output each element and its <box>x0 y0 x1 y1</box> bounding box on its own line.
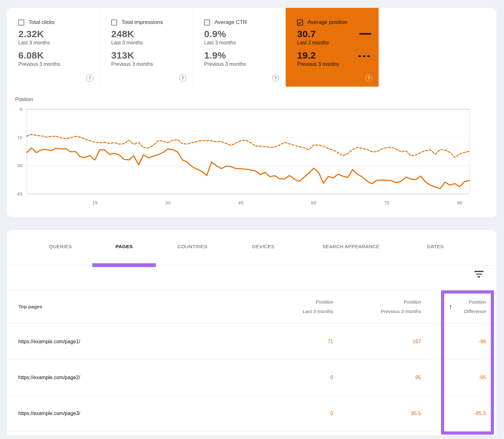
column-header-position-difference[interactable]: ↑ Position Difference <box>421 297 486 316</box>
svg-text:15: 15 <box>92 200 98 205</box>
dimensions-table-card: QUERIES PAGES COUNTRIES DEVICES SEARCH A… <box>7 230 496 436</box>
tab-countries[interactable]: COUNTRIES <box>178 244 208 249</box>
header-line1: Position <box>333 297 421 307</box>
column-header-top-pages[interactable]: Top pages <box>7 304 242 310</box>
svg-text:45: 45 <box>17 191 22 197</box>
metric-checkbox-row: Total impressions <box>111 19 186 26</box>
tab-devices[interactable]: DEVICES <box>252 244 275 249</box>
metric-value-last: 0.9% <box>204 29 279 39</box>
table-row[interactable]: https://example.com/page1/ 71 167 -96 <box>7 324 496 360</box>
tab-search-appearance[interactable]: SEARCH APPEARANCE <box>323 244 380 249</box>
metric-caption-last: Last 3 months <box>111 40 186 46</box>
metric-label: Total impressions <box>122 19 163 26</box>
position-previous-value: 95 <box>333 374 421 380</box>
column-header-position-previous[interactable]: Position Previous 3 months <box>333 297 421 316</box>
page-url[interactable]: https://example.com/page3/ <box>7 411 242 416</box>
metric-value-previous: 6.08K <box>18 50 93 61</box>
metric-checkbox-row: Average position <box>297 19 372 26</box>
help-icon[interactable]: ? <box>365 75 372 82</box>
metrics-empty-space <box>379 8 496 87</box>
help-icon[interactable]: ? <box>86 75 93 82</box>
column-header-position-last[interactable]: Position Last 3 months <box>242 297 333 316</box>
tabs-divider <box>7 265 496 265</box>
metric-tile-total-clicks[interactable]: Total clicks 2.32K Last 3 months 6.08K P… <box>7 8 100 87</box>
header-line2: Difference <box>421 307 486 316</box>
svg-text:30: 30 <box>17 163 22 168</box>
svg-text:60: 60 <box>311 200 317 205</box>
svg-text:30: 30 <box>165 200 170 205</box>
metric-tile-average-position[interactable]: Average position 30.7 Last 3 months 19.2… <box>286 8 379 87</box>
svg-text:45: 45 <box>238 200 243 205</box>
metric-tile-total-impressions[interactable]: Total impressions 248K Last 3 months 313… <box>100 8 193 87</box>
page-url[interactable]: https://example.com/page2/ <box>7 375 242 380</box>
metric-caption-previous: Previous 3 months <box>111 61 186 67</box>
metric-label: Total clicks <box>29 19 54 26</box>
tab-queries[interactable]: QUERIES <box>49 244 72 249</box>
position-line-chart: 0153045153045607590 <box>7 99 496 209</box>
tab-pages[interactable]: PAGES <box>115 244 133 249</box>
metric-tile-average-ctr[interactable]: Average CTR 0.9% Last 3 months 1.9% Prev… <box>193 8 286 87</box>
checkbox-checked-icon[interactable] <box>297 20 303 26</box>
header-line2: Last 3 months <box>242 307 333 316</box>
checkbox-unchecked-icon[interactable] <box>204 20 210 26</box>
metric-caption-previous: Previous 3 months <box>18 61 93 67</box>
sort-ascending-icon[interactable]: ↑ <box>449 303 452 310</box>
checkbox-unchecked-icon[interactable] <box>18 20 24 26</box>
performance-summary-card: Total clicks 2.32K Last 3 months 6.08K P… <box>7 8 496 217</box>
position-last-value: 71 <box>242 339 333 345</box>
metric-value-last: 2.32K <box>18 29 93 39</box>
metric-checkbox-row: Average CTR <box>204 19 279 26</box>
metric-value-previous: 1.9% <box>204 50 279 61</box>
metric-label: Average CTR <box>215 19 247 26</box>
svg-text:15: 15 <box>17 135 22 140</box>
dashed-line-legend-icon <box>358 55 372 57</box>
position-last-value: 0 <box>242 374 333 380</box>
table-row[interactable]: https://example.com/page3/ 0 85.5 -85.5 <box>7 396 496 431</box>
svg-text:90: 90 <box>457 200 462 205</box>
filter-icon[interactable] <box>474 271 484 279</box>
checkbox-unchecked-icon[interactable] <box>111 20 117 26</box>
metric-caption-last: Last 3 months <box>297 40 372 46</box>
help-icon[interactable]: ? <box>272 75 279 82</box>
tab-dates[interactable]: DATES <box>427 244 444 249</box>
metric-tiles-row: Total clicks 2.32K Last 3 months 6.08K P… <box>7 8 496 87</box>
position-last-value: 0 <box>242 410 333 416</box>
metric-label: Average position <box>307 19 347 26</box>
metric-checkbox-row: Total clicks <box>18 19 93 26</box>
help-icon[interactable]: ? <box>179 75 186 82</box>
page-url[interactable]: https://example.com/page1/ <box>7 339 242 345</box>
metric-value-last: 248K <box>111 29 186 39</box>
table-row[interactable]: https://example.com/page2/ 0 95 -95 <box>7 360 496 396</box>
header-line2: Previous 3 months <box>333 307 421 316</box>
solid-line-legend-icon <box>359 33 371 35</box>
metric-caption-previous: Previous 3 months <box>297 61 372 67</box>
header-line1: Position <box>242 297 333 307</box>
svg-text:75: 75 <box>384 200 389 205</box>
position-difference-value: -85.5 <box>421 410 486 416</box>
metric-caption-last: Last 3 months <box>18 40 93 46</box>
metric-value-previous: 313K <box>111 50 186 61</box>
metric-caption-previous: Previous 3 months <box>204 61 279 67</box>
search-performance-page: { "colors": { "accent_orange": "#e8710a"… <box>0 0 504 439</box>
position-difference-value: -96 <box>421 339 486 345</box>
metric-caption-last: Last 3 months <box>204 40 279 46</box>
position-difference-value: -95 <box>421 374 486 380</box>
header-line1: Position <box>421 297 486 307</box>
active-tab-highlight-bar <box>92 263 156 267</box>
svg-text:0: 0 <box>20 106 22 112</box>
table-header-row: Top pages Position Last 3 months Positio… <box>7 290 496 324</box>
position-previous-value: 85.5 <box>333 410 421 416</box>
position-previous-value: 167 <box>333 339 421 345</box>
